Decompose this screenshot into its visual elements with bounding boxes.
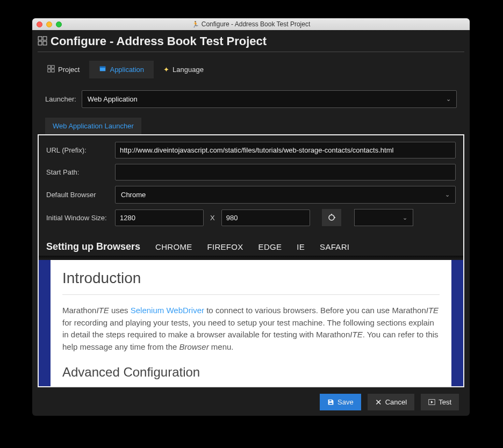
- grid-icon: [38, 36, 47, 47]
- divider: [38, 52, 464, 52]
- divider: [62, 294, 440, 295]
- width-input[interactable]: [115, 209, 204, 226]
- test-button[interactable]: Test: [421, 394, 459, 410]
- svg-rect-1: [43, 37, 47, 40]
- window-title: Configure - Address Book Test Project: [202, 20, 311, 28]
- start-path-label: Start Path:: [46, 168, 115, 176]
- tab-project[interactable]: Project: [38, 61, 89, 78]
- grid-icon: [47, 65, 55, 74]
- button-bar: Save ✕ Cancel Test: [38, 387, 464, 410]
- url-input[interactable]: [115, 142, 456, 158]
- button-label: Test: [439, 398, 451, 406]
- size-separator: X: [210, 214, 215, 222]
- svg-rect-12: [329, 402, 333, 404]
- svg-rect-11: [329, 400, 332, 401]
- start-path-input[interactable]: [115, 164, 456, 180]
- svg-rect-2: [38, 41, 42, 45]
- chevron-down-icon: ⌄: [446, 96, 451, 103]
- launcher-value: Web Application: [88, 95, 138, 103]
- svg-rect-7: [52, 69, 54, 72]
- launcher-select[interactable]: Web Application ⌄: [82, 90, 457, 108]
- selenium-link[interactable]: Selenium WebDriver: [131, 306, 204, 315]
- svg-rect-9: [100, 67, 106, 68]
- titlebar: 🏃 Configure - Address Book Test Project: [32, 18, 470, 30]
- run-icon: 🏃: [192, 21, 199, 28]
- initial-size-label: Initial Window Size:: [46, 214, 115, 222]
- default-browser-label: Default Browser: [46, 191, 115, 199]
- browser-link-safari[interactable]: SAFARI: [320, 242, 349, 251]
- application-icon: [99, 65, 106, 74]
- save-button[interactable]: Save: [320, 394, 361, 410]
- main-tabs: Project Application ✦ Language: [38, 61, 464, 78]
- sparkle-icon: ✦: [163, 66, 169, 74]
- shadow: [39, 256, 463, 260]
- tab-label: Project: [58, 66, 80, 74]
- tab-label: Language: [173, 66, 204, 74]
- svg-rect-6: [48, 69, 51, 72]
- cancel-button[interactable]: ✕ Cancel: [368, 394, 414, 410]
- page-title: Configure - Address Book Test Project: [51, 34, 267, 48]
- default-browser-value: Chrome: [121, 191, 146, 199]
- browser-bar-title: Setting up Browsers: [46, 241, 140, 252]
- url-label: URL (Prefix):: [46, 146, 115, 154]
- preset-size-select[interactable]: ⌄: [354, 209, 413, 226]
- browser-link-edge[interactable]: EDGE: [258, 242, 282, 251]
- save-icon: [327, 399, 334, 406]
- detect-size-button[interactable]: [322, 209, 341, 226]
- doc-page: Introduction MarathonITE uses Selenium W…: [51, 260, 451, 386]
- tab-application[interactable]: Application: [89, 61, 154, 78]
- close-window-button[interactable]: [37, 21, 42, 27]
- doc-subheading: Advanced Configuration: [62, 365, 440, 380]
- button-label: Save: [337, 398, 354, 406]
- maximize-window-button[interactable]: [56, 21, 62, 27]
- chevron-down-icon: ⌄: [403, 214, 407, 221]
- button-label: Cancel: [385, 398, 407, 406]
- svg-rect-4: [48, 66, 51, 68]
- svg-rect-5: [52, 66, 54, 68]
- subtab-web-launcher[interactable]: Web Application Launcher: [45, 118, 141, 134]
- play-icon: [428, 399, 435, 406]
- height-input[interactable]: [221, 209, 310, 226]
- configure-window: 🏃 Configure - Address Book Test Project …: [32, 18, 470, 416]
- browser-link-chrome[interactable]: CHROME: [155, 242, 192, 251]
- default-browser-select[interactable]: Chrome ⌄: [115, 186, 456, 204]
- tab-label: Application: [110, 66, 144, 74]
- svg-rect-3: [43, 41, 47, 45]
- doc-frame: Introduction MarathonITE uses Selenium W…: [39, 260, 463, 386]
- browser-link-firefox[interactable]: FIREFOX: [207, 242, 243, 251]
- minimize-window-button[interactable]: [46, 21, 52, 27]
- launcher-label: Launcher:: [45, 95, 76, 103]
- tab-language[interactable]: ✦ Language: [154, 61, 213, 78]
- svg-rect-0: [38, 37, 42, 40]
- subtab-label: Web Application Launcher: [53, 122, 134, 130]
- svg-point-10: [329, 215, 334, 220]
- doc-heading: Introduction: [62, 270, 440, 287]
- close-icon: ✕: [375, 399, 382, 406]
- doc-paragraph: MarathonITE uses Selenium WebDriver to c…: [62, 305, 440, 353]
- browser-link-ie[interactable]: IE: [297, 242, 305, 251]
- chevron-down-icon: ⌄: [445, 191, 450, 198]
- config-panel: URL (Prefix): Start Path: Default Browse…: [38, 134, 464, 387]
- browser-setup-bar: Setting up Browsers CHROME FIREFOX EDGE …: [46, 237, 456, 260]
